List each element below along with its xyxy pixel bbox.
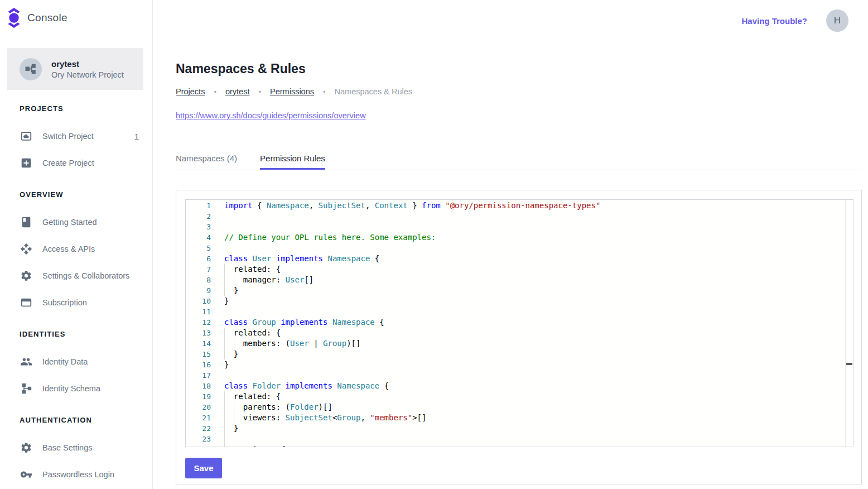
project-name: orytest [51,59,124,69]
tab-namespaces-4[interactable]: Namespaces (4) [176,154,237,170]
line-number: 3 [186,222,211,232]
line-number: 10 [186,296,211,306]
line-number: 24 [186,444,211,447]
code-text: } [224,423,238,434]
subscription-icon [20,296,32,309]
tab-permission-rules[interactable]: Permission Rules [260,154,325,170]
code-text: members: (User | Group)[] [224,338,360,349]
code-line: 22 } [186,423,853,434]
sidebar-item-identity-schema[interactable]: Identity Schema [0,375,152,402]
sidebar-item-label: Settings & Collaborators [42,271,129,280]
indent-guide [224,444,225,447]
code-text: parents: (Folder)[] [224,402,332,413]
code-line: 7 related: { [186,264,853,275]
save-button[interactable]: Save [185,458,222,478]
docs-link[interactable]: https://www.ory.sh/docs/guides/permissio… [176,111,366,120]
sidebar-item-create-project[interactable]: Create Project [0,150,152,176]
scrollbar-thumb[interactable] [846,363,852,365]
indent-guide [224,285,225,296]
project-selector[interactable]: orytest Ory Network Project [7,48,143,90]
breadcrumb-separator: • [214,88,216,96]
code-line: 12class Group implements Namespace { [186,317,853,328]
sidebar-item-switch-project[interactable]: Switch Project1 [0,123,152,150]
code-line: 2 [186,211,853,222]
line-number: 13 [186,328,211,338]
line-number: 23 [186,434,211,444]
code-text: import { Namespace, SubjectSet, Context … [224,200,600,211]
code-line: 17 [186,370,853,381]
sidebar-item-label: Identity Schema [42,384,100,393]
sidebar-item-label: Getting Started [42,218,97,227]
indent-guide [234,413,234,423]
code-text: related: { [224,391,281,402]
identity-schema-icon [20,382,32,395]
line-number: 7 [186,264,211,275]
code-line: 5 [186,243,853,253]
brand-logo-link[interactable]: Console [7,8,67,28]
code-line: 19 related: { [186,391,853,402]
line-number: 18 [186,381,211,391]
project-type: Ory Network Project [51,70,124,79]
code-line: 18class Folder implements Namespace { [186,381,853,391]
sidebar-item-identity-data[interactable]: Identity Data [0,348,152,375]
item-count-badge: 1 [134,132,139,141]
indent-guide [224,413,225,423]
section-title-identities: IDENTITIES [20,330,152,338]
code-line: 6class User implements Namespace { [186,253,853,264]
section-list-projects: Switch Project1Create Project [0,123,152,176]
breadcrumb-separator: • [323,88,326,96]
section-title-authentication: AUTHENTICATION [20,416,152,424]
breadcrumb: Projects•orytest•Permissions•Namespaces … [176,87,412,96]
breadcrumb-permissions[interactable]: Permissions [270,87,314,96]
line-number: 2 [186,211,211,222]
line-number: 11 [186,306,211,317]
code-text: class Folder implements Namespace { [224,381,389,391]
code-line: 23 [186,434,853,444]
breadcrumb-orytest[interactable]: orytest [225,87,250,96]
base-settings-icon [20,442,32,454]
line-number: 6 [186,253,211,264]
code-line: 8 manager: User[] [186,275,853,285]
code-text: } [224,285,238,296]
code-line: 24 permits = { [186,444,853,447]
project-avatar [20,58,42,80]
sidebar-nav: PROJECTSSwitch Project1Create ProjectOVE… [0,90,152,488]
code-line: 20 parents: (Folder)[] [186,402,853,413]
indent-guide [224,328,225,338]
code-editor[interactable]: 1import { Namespace, SubjectSet, Context… [185,199,853,447]
line-number: 9 [186,285,211,296]
line-number: 4 [186,232,211,243]
sidebar-item-subscription[interactable]: Subscription [0,289,152,316]
sidebar-item-base-settings[interactable]: Base Settings [0,434,152,461]
sidebar-item-access-apis[interactable]: Access & APIs [0,236,152,262]
code-line: 15 } [186,349,853,359]
code-text: viewers: SubjectSet<Group, "members">[] [224,413,426,423]
section-list-authentication: Base SettingsPasswordless Login [0,434,152,488]
code-text: class Group implements Namespace { [224,317,384,328]
line-number: 21 [186,413,211,423]
switch-project-icon [20,130,32,142]
indent-guide [224,391,225,402]
sidebar-item-passwordless-login[interactable]: Passwordless Login [0,461,152,488]
code-line: 10} [186,296,853,306]
code-text: // Define your OPL rules here. Some exam… [224,232,436,243]
sidebar-item-label: Access & APIs [42,244,95,253]
line-number: 17 [186,370,211,381]
identity-data-icon [20,356,32,368]
code-text: related: { [224,264,281,275]
indent-guide [224,434,225,444]
indent-guide [234,338,234,349]
sidebar-item-settings-collaborators[interactable]: Settings & Collaborators [0,262,152,289]
code-text: related: { [224,328,281,338]
sidebar: Console orytest Ory Network Project PROJ… [0,0,153,489]
breadcrumb-projects[interactable]: Projects [176,87,205,96]
line-number: 14 [186,338,211,349]
sidebar-item-getting-started[interactable]: Getting Started [0,209,152,236]
section-list-identities: Identity DataIdentity Schema [0,348,152,402]
section-list-overview: Getting StartedAccess & APIsSettings & C… [0,209,152,316]
ory-console-page: Console orytest Ory Network Project PROJ… [0,0,868,489]
code-text: class User implements Namespace { [224,253,379,264]
editor-overview-ruler[interactable] [845,200,853,447]
getting-started-icon [20,216,32,228]
line-number: 20 [186,402,211,413]
